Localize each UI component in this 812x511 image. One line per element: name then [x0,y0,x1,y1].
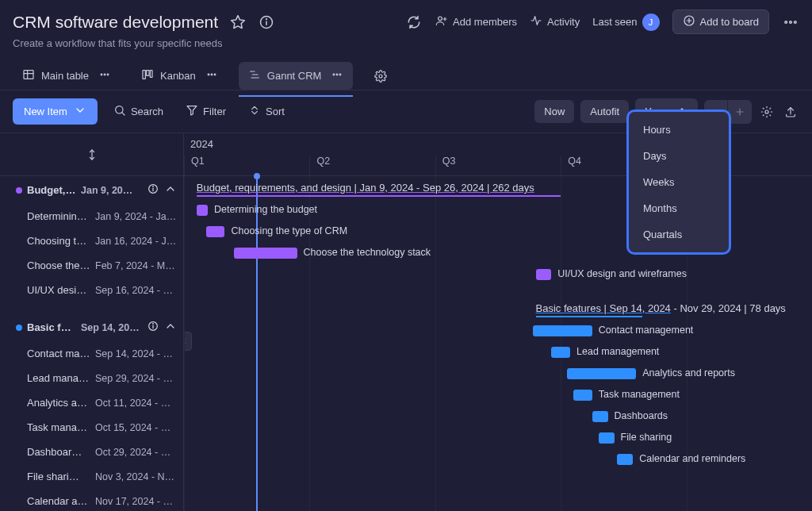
task-name: Analytics and … [27,397,90,409]
task-bar-label: Choosing the type of CRM [231,225,347,236]
tab-kanban[interactable]: Kanban [132,62,228,90]
task-bar-label: Determining the budget [214,204,317,215]
star-icon[interactable] [229,13,247,31]
task-dates: Sep 29, 2024 - Oct … [95,373,177,384]
sync-icon[interactable] [405,13,423,31]
zoom-option-weeks[interactable]: Weeks [629,169,729,195]
now-button[interactable]: Now [534,100,574,123]
svg-line-33 [122,113,124,115]
activity-button[interactable]: Activity [530,14,580,29]
task-bar-label: Calendar and reminders [639,453,745,464]
zoom-option-hours[interactable]: Hours [629,117,729,143]
task-bar-label: File sharing [621,432,672,443]
add-to-board-button[interactable]: Add to board [672,10,769,34]
zoom-option-quartals[interactable]: Quartals [629,221,729,248]
task-bar[interactable] [197,205,208,216]
svg-point-24 [214,74,216,75]
task-bar[interactable] [536,269,552,280]
group-summary-lane: Basic features | Sep 14, 2024 - Nov 29, … [184,297,812,321]
task-bar[interactable] [617,454,633,465]
task-bar[interactable] [551,347,570,358]
filter-button[interactable]: Filter [179,99,232,124]
more-icon[interactable] [782,13,799,31]
search-icon [113,104,126,119]
task-row[interactable]: Choose the tech… Feb 7, 2024 - M… [0,253,183,278]
zoom-dropdown: Hours Days Weeks Months Quartals [626,110,731,255]
task-name: Calendar and r… [27,495,90,507]
zoom-option-days[interactable]: Days [629,143,729,169]
sort-icon [248,104,261,119]
task-lane: Task management [184,385,812,406]
export-icon[interactable] [782,103,799,121]
task-bar[interactable] [592,411,608,422]
task-row[interactable]: Dashboar… Oct 29, 2024 - Nov 9, 2… [0,440,183,464]
info-icon[interactable] [147,320,159,335]
task-dates: Nov 3, 2024 - Nov 14, 2… [95,471,177,482]
task-row[interactable]: Calendar and r… Nov 17, 2024 - … [0,489,183,511]
task-row[interactable]: Contact mana… Sep 14, 2024 - Oct… [0,341,183,366]
svg-rect-20 [147,71,149,76]
task-name: Lead manag… [27,372,90,384]
task-lane: Contact management [184,321,812,342]
task-bar[interactable] [234,248,297,259]
task-bar[interactable] [567,368,636,379]
more-icon[interactable] [98,68,111,83]
group-name: Basic f… [27,321,76,333]
svg-point-10 [785,21,787,23]
add-members-button[interactable]: Add members [435,14,517,29]
svg-rect-21 [150,71,152,78]
expand-collapse-icon[interactable] [83,146,101,163]
kanban-icon [141,68,154,83]
more-icon[interactable] [205,68,218,83]
task-bar[interactable] [533,325,592,336]
zoom-in-button[interactable] [728,100,752,124]
svg-point-17 [104,74,105,75]
zoom-option-months[interactable]: Months [629,195,729,221]
info-icon[interactable] [147,182,159,198]
sort-button[interactable]: Sort [242,99,291,124]
task-name: Dashboar… [27,446,90,458]
task-row[interactable]: Analytics and … Oct 11, 2024 - Nov… [0,390,183,415]
task-dates: Jan 9, 2024 - Jan… [95,211,177,222]
task-lane: Calendar and reminders [184,449,812,471]
group-dates: Jan 9, 20… [81,185,142,196]
task-dates: Sep 14, 2024 - Oct… [95,348,177,359]
task-dates: Sep 16, 2024 - … [95,285,177,296]
task-lane: File sharing [184,428,812,449]
task-dates: Nov 17, 2024 - … [95,496,177,507]
more-icon[interactable] [331,68,343,83]
task-bar[interactable] [206,226,225,237]
task-lane: Lead management [184,342,812,363]
chevron-up-icon[interactable] [164,182,177,198]
new-item-button[interactable]: New Item [13,98,98,125]
svg-point-43 [153,186,154,187]
task-row[interactable]: UI/UX design an… Sep 16, 2024 - … [0,278,183,302]
chevron-up-icon[interactable] [164,320,177,335]
task-row[interactable]: Lead manag… Sep 29, 2024 - Oct … [0,366,183,390]
task-name: Contact mana… [27,348,90,359]
person-plus-icon [435,14,448,29]
task-bar-label: Dashboards [615,410,668,421]
group-color-dot [16,187,22,194]
task-row[interactable]: Task manag… Oct 15, 2024 - Oct … [0,415,183,440]
tab-gantt-crm[interactable]: Gannt CRM [239,62,354,90]
task-name: UI/UX design an… [27,284,90,296]
group-header[interactable]: Basic f… Sep 14, 2024 - … [0,313,183,341]
last-seen[interactable]: Last seen J [592,13,659,31]
task-row[interactable]: Choosing the ty… Jan 16, 2024 - J… [0,229,183,253]
group-header[interactable]: Budget, requ… Jan 9, 20… [0,176,183,204]
gear-icon[interactable] [758,103,776,121]
task-lane: Analytics and reports [184,363,812,385]
task-bar[interactable] [573,390,592,401]
group-name: Budget, requ… [27,184,76,196]
task-bar[interactable] [599,432,615,444]
info-icon[interactable] [258,13,275,31]
svg-point-30 [340,74,342,75]
task-row[interactable]: File shari… Nov 3, 2024 - Nov 14, 2… [0,464,183,489]
task-row[interactable]: Determining th… Jan 9, 2024 - Jan… [0,204,183,229]
settings-icon[interactable] [372,67,389,85]
autofit-button[interactable]: Autofit [580,100,629,123]
tab-main-table[interactable]: Main table [13,62,121,90]
search-button[interactable]: Search [107,99,170,124]
task-dates: Oct 29, 2024 - Nov 9, 2… [95,447,177,458]
